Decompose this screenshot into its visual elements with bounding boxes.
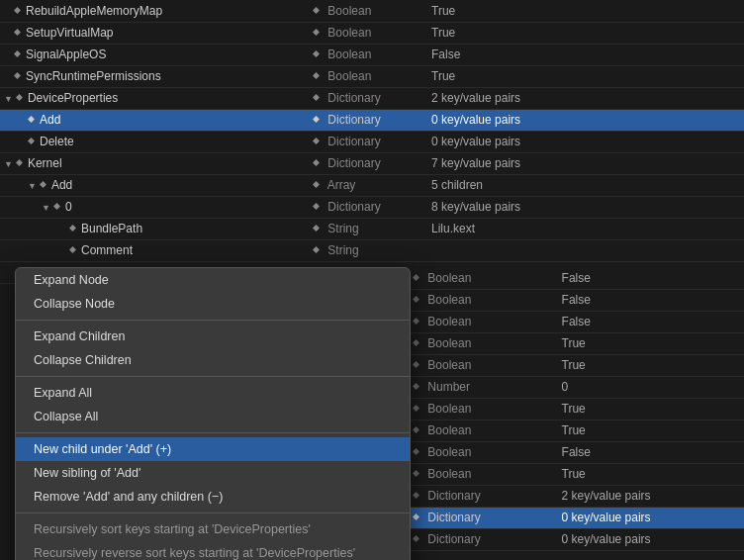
context-menu-separator-1 (16, 320, 410, 321)
table-row[interactable]: SignalAppleOS Boolean False (0, 44, 744, 65)
right-row: Dictionary 2 key/value pairs (407, 485, 744, 507)
context-menu-collapse-node[interactable]: Collapse Node (16, 292, 410, 316)
row-key: RebuildAppleMemoryMap (0, 0, 307, 22)
table-row[interactable]: Delete Dictionary 0 key/value pairs (0, 131, 744, 152)
table-row[interactable]: SyncRuntimePermissions Boolean True (0, 65, 744, 87)
right-row: Boolean True (407, 354, 744, 376)
table-row[interactable]: SetupVirtualMap Boolean True (0, 22, 744, 44)
context-menu-sort-recursive[interactable]: Recursively sort keys starting at 'Devic… (16, 517, 410, 541)
context-menu-expand-children[interactable]: Expand Children (16, 325, 410, 348)
context-menu-collapse-all[interactable]: Collapse All (16, 405, 410, 428)
right-row-highlighted: Dictionary 0 key/value pairs (407, 507, 744, 528)
right-row: Boolean False (407, 289, 744, 311)
right-row: Boolean True (407, 398, 744, 420)
context-menu-sort-reverse-recursive[interactable]: Recursively reverse sort keys starting a… (16, 541, 410, 560)
right-row: Dictionary 0 key/value pairs (407, 528, 744, 550)
table-row[interactable]: Comment String (0, 239, 744, 261)
table-row[interactable]: ▼Add Array 5 children (0, 174, 744, 196)
table-row[interactable]: BundlePath String Lilu.kext (0, 218, 744, 239)
context-menu-expand-all[interactable]: Expand All (16, 381, 410, 405)
right-row: Boolean True (407, 463, 744, 485)
context-menu-separator-2 (16, 376, 410, 377)
table-row[interactable]: Add Dictionary 0 key/value pairs (0, 109, 744, 131)
right-row: Boolean True (407, 332, 744, 354)
context-menu-separator-3 (16, 432, 410, 433)
context-menu-new-sibling[interactable]: New sibling of 'Add' (16, 461, 410, 485)
table-row[interactable]: ▼Kernel Dictionary 7 key/value pairs (0, 152, 744, 174)
context-menu-new-child[interactable]: New child under 'Add' (+) (16, 437, 410, 461)
right-row: Boolean True (407, 420, 744, 441)
table-row[interactable]: RebuildAppleMemoryMap Boolean True (0, 0, 744, 22)
context-menu-expand-node[interactable]: Expand Node (16, 268, 410, 292)
context-menu: Expand Node Collapse Node Expand Childre… (15, 267, 411, 560)
right-row: Boolean False (407, 441, 744, 463)
context-menu-collapse-children[interactable]: Collapse Children (16, 348, 410, 372)
table-row[interactable]: ▼0 Dictionary 8 key/value pairs (0, 196, 744, 218)
right-row: Boolean False (407, 311, 744, 332)
right-row: Number 0 (407, 376, 744, 398)
right-row: Boolean False (407, 267, 744, 289)
context-menu-separator-4 (16, 513, 410, 513)
table-row[interactable]: ▼DeviceProperties Dictionary 2 key/value… (0, 87, 744, 109)
tree-table: RebuildAppleMemoryMap Boolean True Setup… (0, 0, 744, 284)
context-menu-remove[interactable]: Remove 'Add' and any children (−) (16, 485, 410, 509)
